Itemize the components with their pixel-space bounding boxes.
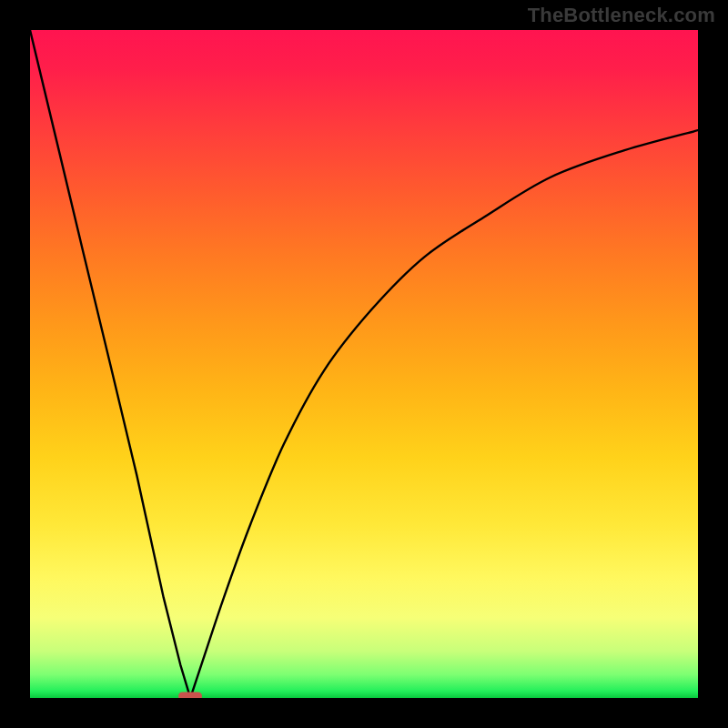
minimum-marker	[178, 693, 202, 699]
bottleneck-curve	[30, 30, 698, 698]
watermark-text: TheBottleneck.com	[528, 4, 715, 27]
curve-right-branch	[190, 130, 698, 698]
plot-area	[30, 30, 698, 698]
chart-frame: TheBottleneck.com	[0, 0, 728, 728]
curve-left-branch	[30, 30, 190, 698]
